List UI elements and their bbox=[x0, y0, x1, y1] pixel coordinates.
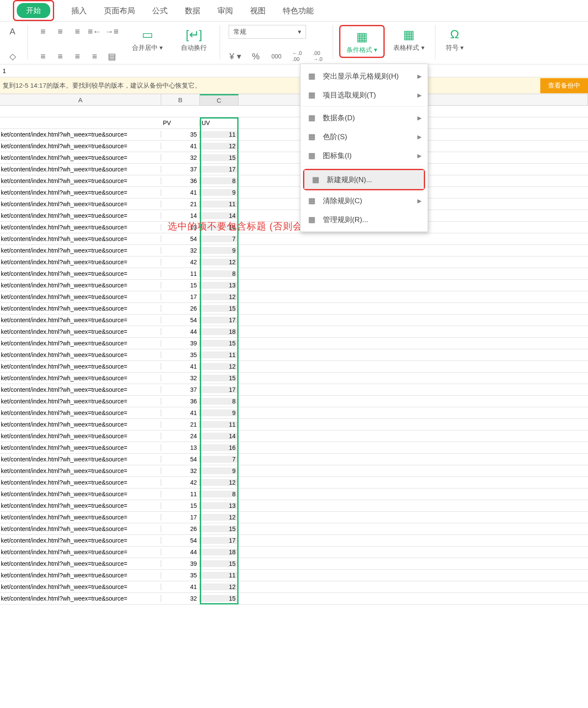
align-right-icon[interactable]: ≡ bbox=[71, 50, 84, 63]
table-row[interactable]: ket/content/index.html?wh_weex=true&sour… bbox=[0, 465, 588, 477]
cell[interactable]: 15 bbox=[200, 560, 239, 567]
increase-decimal-icon[interactable]: ←.0.00 bbox=[291, 50, 303, 63]
merge-split-icon[interactable]: ▤ bbox=[105, 50, 118, 63]
table-row[interactable]: ket/content/index.html?wh_weex=true&sour… bbox=[0, 198, 588, 210]
cell[interactable]: 32 bbox=[161, 467, 200, 474]
table-row[interactable]: ket/content/index.html?wh_weex=true&sour… bbox=[0, 326, 588, 338]
dd-color-scales[interactable]: ▦ 色阶(S)▶ bbox=[300, 127, 428, 146]
cell[interactable]: 15 bbox=[161, 502, 200, 509]
cell[interactable]: ket/content/index.html?wh_weex=true&sour… bbox=[0, 351, 161, 358]
table-style-button[interactable]: ▦ 表格样式 ▾ bbox=[389, 25, 429, 54]
cell[interactable]: 54 bbox=[161, 235, 200, 242]
align-bottom-icon[interactable]: ≡ bbox=[71, 25, 84, 38]
view-backup-button[interactable]: 查看备份中 bbox=[540, 78, 588, 93]
cell[interactable]: 35 bbox=[161, 572, 200, 579]
currency-icon[interactable]: ¥ ▾ bbox=[229, 50, 242, 63]
cell[interactable]: ket/content/index.html?wh_weex=true&sour… bbox=[0, 398, 161, 405]
cell[interactable]: 26 bbox=[161, 305, 200, 312]
cell[interactable]: ket/content/index.html?wh_weex=true&sour… bbox=[0, 143, 161, 150]
cell[interactable]: ket/content/index.html?wh_weex=true&sour… bbox=[0, 583, 161, 590]
table-row[interactable]: ket/content/index.html?wh_weex=true&sour… bbox=[0, 187, 588, 198]
cell[interactable]: ket/content/index.html?wh_weex=true&sour… bbox=[0, 235, 161, 242]
align-justify-icon[interactable]: ≡ bbox=[88, 50, 101, 63]
cell[interactable]: 11 bbox=[161, 270, 200, 277]
table-row[interactable]: ket/content/index.html?wh_weex=true&sour… bbox=[0, 372, 588, 384]
cell[interactable]: 12 bbox=[200, 583, 239, 590]
col-header-B[interactable]: B bbox=[161, 94, 200, 105]
cell[interactable]: 44 bbox=[161, 549, 200, 555]
cell[interactable]: 35 bbox=[161, 131, 200, 138]
cell[interactable]: 21 bbox=[161, 201, 200, 208]
cell[interactable]: 24 bbox=[161, 433, 200, 439]
cell[interactable]: 17 bbox=[200, 537, 239, 544]
cell[interactable]: 39 bbox=[161, 340, 200, 347]
cell[interactable]: 11 bbox=[200, 572, 239, 579]
cell[interactable]: ket/content/index.html?wh_weex=true&sour… bbox=[0, 212, 161, 219]
cell[interactable]: 15 bbox=[200, 154, 239, 161]
cell[interactable]: 15 bbox=[200, 375, 239, 381]
cell[interactable]: 15 bbox=[200, 525, 239, 532]
cell[interactable]: ket/content/index.html?wh_weex=true&sour… bbox=[0, 467, 161, 474]
dd-top-bottom[interactable]: ▦ 项目选取规则(T)▶ bbox=[300, 85, 428, 104]
font-format-icon[interactable]: A bbox=[6, 25, 19, 38]
cell[interactable]: 37 bbox=[161, 166, 200, 173]
cell[interactable]: ket/content/index.html?wh_weex=true&sour… bbox=[0, 560, 161, 567]
eraser-icon[interactable]: ◇ bbox=[6, 50, 19, 63]
cell[interactable]: ket/content/index.html?wh_weex=true&sour… bbox=[0, 293, 161, 300]
cell[interactable]: 11 bbox=[200, 131, 239, 138]
cell[interactable]: 11 bbox=[200, 201, 239, 208]
cell[interactable]: ket/content/index.html?wh_weex=true&sour… bbox=[0, 537, 161, 544]
cell[interactable]: 13 bbox=[200, 502, 239, 509]
table-row[interactable]: ket/content/index.html?wh_weex=true&sour… bbox=[0, 303, 588, 314]
col-header-C[interactable]: C bbox=[200, 94, 239, 105]
cell[interactable]: 18 bbox=[200, 549, 239, 555]
cell[interactable]: ket/content/index.html?wh_weex=true&sour… bbox=[0, 479, 161, 486]
cell[interactable]: ket/content/index.html?wh_weex=true&sour… bbox=[0, 166, 161, 173]
cell[interactable]: 42 bbox=[161, 479, 200, 486]
table-row[interactable]: ket/content/index.html?wh_weex=true&sour… bbox=[0, 268, 588, 280]
cell[interactable]: 17 bbox=[200, 166, 239, 173]
table-row[interactable]: ket/content/index.html?wh_weex=true&sour… bbox=[0, 593, 588, 604]
cell[interactable]: 44 bbox=[161, 328, 200, 335]
cell[interactable]: 36 bbox=[161, 177, 200, 184]
decrease-decimal-icon[interactable]: .00→.0 bbox=[311, 50, 324, 63]
spreadsheet-grid[interactable]: PVUVket/content/index.html?wh_weex=true&… bbox=[0, 106, 588, 604]
cell[interactable]: ket/content/index.html?wh_weex=true&sour… bbox=[0, 491, 161, 497]
cell[interactable]: ket/content/index.html?wh_weex=true&sour… bbox=[0, 595, 161, 602]
wrap-text-button[interactable]: [↵] 自动换行 bbox=[177, 25, 211, 54]
table-row[interactable]: ket/content/index.html?wh_weex=true&sour… bbox=[0, 535, 588, 546]
cell[interactable]: ket/content/index.html?wh_weex=true&sour… bbox=[0, 270, 161, 277]
symbol-button[interactable]: Ω 符号 ▾ bbox=[441, 25, 468, 54]
cell[interactable]: ket/content/index.html?wh_weex=true&sour… bbox=[0, 317, 161, 323]
table-row[interactable]: ket/content/index.html?wh_weex=true&sour… bbox=[0, 396, 588, 407]
table-row[interactable]: ket/content/index.html?wh_weex=true&sour… bbox=[0, 581, 588, 593]
tab-formula[interactable]: 公式 bbox=[152, 6, 168, 16]
cell[interactable]: ket/content/index.html?wh_weex=true&sour… bbox=[0, 444, 161, 451]
cell[interactable]: 32 bbox=[161, 247, 200, 254]
cell[interactable]: 9 bbox=[200, 247, 239, 254]
tab-review[interactable]: 审阅 bbox=[217, 6, 233, 16]
cell[interactable]: 15 bbox=[200, 305, 239, 312]
cell[interactable]: ket/content/index.html?wh_weex=true&sour… bbox=[0, 201, 161, 208]
cell[interactable]: ket/content/index.html?wh_weex=true&sour… bbox=[0, 305, 161, 312]
cell[interactable]: 54 bbox=[161, 456, 200, 463]
cell[interactable]: 36 bbox=[161, 398, 200, 405]
cell[interactable]: 32 bbox=[161, 375, 200, 381]
cell[interactable]: 17 bbox=[200, 317, 239, 323]
cell[interactable]: 11 bbox=[200, 421, 239, 428]
table-row[interactable]: ket/content/index.html?wh_weex=true&sour… bbox=[0, 570, 588, 581]
cell[interactable]: 15 bbox=[200, 340, 239, 347]
cell[interactable]: 14 bbox=[200, 433, 239, 439]
dd-data-bars[interactable]: ▦ 数据条(D)▶ bbox=[300, 108, 428, 127]
tab-insert[interactable]: 插入 bbox=[71, 6, 87, 16]
table-row[interactable]: ket/content/index.html?wh_weex=true&sour… bbox=[0, 338, 588, 349]
table-row[interactable]: ket/content/index.html?wh_weex=true&sour… bbox=[0, 407, 588, 419]
cell[interactable]: ket/content/index.html?wh_weex=true&sour… bbox=[0, 433, 161, 439]
table-row[interactable]: ket/content/index.html?wh_weex=true&sour… bbox=[0, 140, 588, 152]
cell[interactable]: 18 bbox=[200, 328, 239, 335]
cell[interactable]: ket/content/index.html?wh_weex=true&sour… bbox=[0, 131, 161, 138]
dd-new-rule[interactable]: ▦ 新建规则(N)... bbox=[304, 170, 424, 189]
tab-page-layout[interactable]: 页面布局 bbox=[104, 6, 135, 16]
cell[interactable]: ket/content/index.html?wh_weex=true&sour… bbox=[0, 525, 161, 532]
cell[interactable]: 11 bbox=[161, 491, 200, 497]
